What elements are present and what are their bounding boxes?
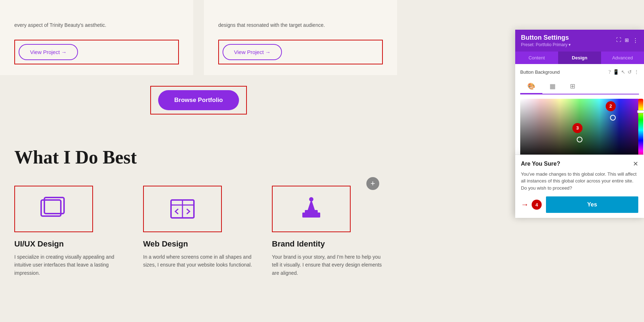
confirm-title: Are You Sure?: [521, 161, 560, 167]
tab-content[interactable]: Content: [515, 52, 558, 64]
confirm-close-button[interactable]: ✕: [633, 160, 638, 168]
tab-advanced[interactable]: Advanced: [601, 52, 644, 64]
services-grid: UI/UX Design I specialize in creating vi…: [14, 186, 383, 277]
panel-header-icons: ⛶ ⊞ ⋮: [616, 37, 638, 44]
more-icon[interactable]: ⋮: [633, 37, 638, 44]
service-card-uiux: UI/UX Design I specialize in creating vi…: [14, 186, 125, 277]
card-right: designs that resonated with the target a…: [204, 0, 397, 75]
more-section-icon[interactable]: ⋮: [634, 69, 639, 75]
undo-icon[interactable]: ↺: [628, 69, 632, 75]
browse-portfolio-button[interactable]: Browse Portfolio: [158, 90, 239, 110]
bg-tab-gradient[interactable]: ▦: [542, 79, 563, 94]
view-project-button-left[interactable]: View Project →: [19, 44, 78, 60]
confirm-popup: Are You Sure? ✕ You've made changes to t…: [515, 155, 644, 218]
uiux-icon: [39, 196, 68, 221]
color-cursor-3: 3: [577, 137, 582, 142]
main-content: every aspect of Trinity Beauty's aesthet…: [0, 0, 397, 322]
uiux-title: UI/UX Design: [14, 239, 125, 249]
expand-icon[interactable]: ⛶: [616, 37, 621, 44]
view-project-wrapper-left: View Project →: [14, 40, 179, 64]
panel-tabs: Content Design Advanced: [515, 52, 644, 64]
card-left: every aspect of Trinity Beauty's aesthet…: [0, 0, 193, 75]
panel-header: Button Settings Preset: Portfolio Primar…: [515, 30, 644, 52]
web-design-icon: [168, 196, 197, 221]
uiux-desc: I specialize in creating visually appeal…: [14, 253, 125, 277]
service-card-webdesign: Web Design In a world where screens come…: [143, 186, 254, 277]
badge-4: 4: [532, 200, 542, 210]
section-label-row: Button Background ? 📱 ↖ ↺ ⋮: [520, 69, 639, 75]
columns-icon[interactable]: ⊞: [625, 37, 629, 44]
badge-2: 2: [606, 101, 616, 111]
panel-header-left: Button Settings Preset: Portfolio Primar…: [521, 34, 571, 47]
badge-3: 3: [572, 123, 582, 133]
color-picker-gradient[interactable]: 3 2: [520, 99, 639, 161]
yes-button[interactable]: Yes: [546, 196, 638, 213]
bg-tab-pattern[interactable]: ⊞: [563, 79, 582, 94]
webdesign-desc: In a world where screens come in all sha…: [143, 253, 254, 269]
bg-tab-color[interactable]: 🎨: [520, 79, 542, 94]
browse-wrapper: Browse Portfolio: [150, 86, 247, 114]
webdesign-title: Web Design: [143, 239, 254, 249]
section-label: Button Background: [520, 69, 560, 75]
svg-rect-6: [305, 210, 318, 214]
mobile-icon[interactable]: 📱: [613, 69, 619, 75]
tab-design[interactable]: Design: [558, 52, 601, 64]
card-left-text: every aspect of Trinity Beauty's aesthet…: [14, 21, 179, 29]
color-picker-container: 3 2: [520, 99, 639, 161]
uiux-icon-wrapper: [14, 186, 93, 232]
section-title: What I Do Best: [14, 147, 383, 168]
view-project-button-right[interactable]: View Project →: [223, 44, 282, 60]
brand-icon-wrapper: [272, 186, 351, 232]
what-i-do-section: What I Do Best UI/UX Design I specialize…: [14, 147, 383, 277]
panel-subtitle: Preset: Portfolio Primary ▾: [521, 42, 571, 47]
svg-point-7: [309, 197, 313, 201]
brand-desc: Your brand is your story, and I'm here t…: [272, 253, 383, 277]
help-icon[interactable]: ?: [609, 69, 611, 75]
button-settings-panel: Button Settings Preset: Portfolio Primar…: [515, 30, 644, 218]
confirm-text: You've made changes to this global color…: [515, 171, 644, 197]
hue-slider[interactable]: [638, 99, 643, 161]
bg-tabs: 🎨 ▦ ⊞: [520, 79, 639, 94]
browse-section: Browse Portfolio: [0, 75, 397, 125]
add-section-button[interactable]: +: [366, 177, 379, 190]
hue-handle: [637, 110, 644, 113]
service-card-brand: Brand Identity Your brand is your story,…: [272, 186, 383, 277]
badge-4-row: → 4: [521, 200, 542, 210]
card-right-text: designs that resonated with the target a…: [218, 21, 383, 29]
arrow-to-yes: →: [521, 200, 529, 209]
panel-title: Button Settings: [521, 34, 571, 42]
brand-icon: [297, 196, 326, 221]
top-section: every aspect of Trinity Beauty's aesthet…: [0, 0, 397, 75]
cursor-icon[interactable]: ↖: [621, 69, 625, 75]
confirm-header: Are You Sure? ✕: [515, 155, 644, 171]
section-icon-row: ? 📱 ↖ ↺ ⋮: [609, 69, 639, 75]
confirm-yes-row: → 4 Yes: [515, 196, 644, 218]
brand-title: Brand Identity: [272, 239, 383, 249]
view-project-wrapper-right: View Project →: [218, 40, 383, 64]
color-cursor-2: 2: [610, 115, 616, 121]
webdesign-icon-wrapper: [143, 186, 222, 232]
